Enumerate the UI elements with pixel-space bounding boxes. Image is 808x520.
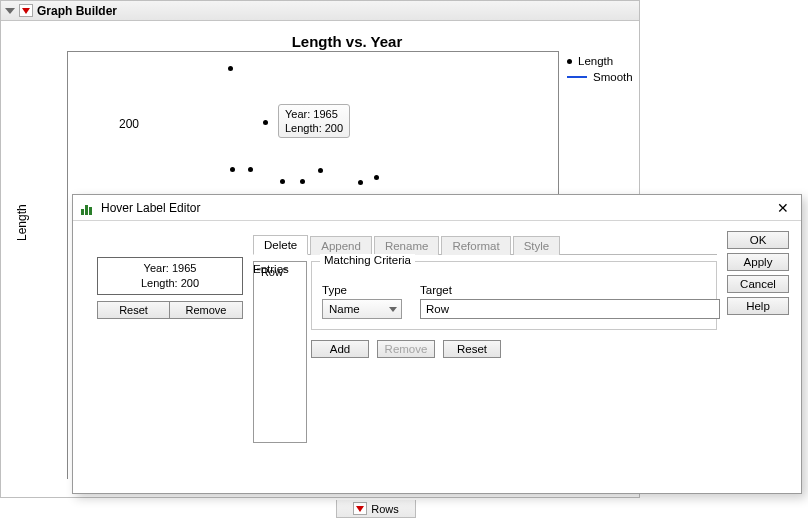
tab-append[interactable]: Append [310,236,372,255]
fieldset-legend: Matching Criteria [320,254,415,266]
legend-label: Length [578,55,613,67]
remove-entry-button: Remove [377,340,435,358]
preview-line: Length: 200 [106,276,234,291]
red-triangle-menu-icon[interactable] [19,4,33,17]
legend-label: Smooth [593,71,633,83]
data-point[interactable] [248,167,253,172]
tooltip-line: Year: 1965 [285,107,343,121]
remove-button[interactable]: Remove [170,301,243,319]
data-point[interactable] [230,167,235,172]
data-point[interactable] [374,175,379,180]
close-icon[interactable]: ✕ [773,200,793,216]
data-point[interactable] [263,120,268,125]
apply-button[interactable]: Apply [727,253,789,271]
tab-rename[interactable]: Rename [374,236,439,255]
data-point[interactable] [228,66,233,71]
dialog-title: Hover Label Editor [101,201,200,215]
tab-reformat[interactable]: Reformat [441,236,510,255]
panel-titlebar: Graph Builder [1,1,639,21]
add-button[interactable]: Add [311,340,369,358]
tab-style[interactable]: Style [513,236,561,255]
legend-entry[interactable]: Smooth [567,69,633,85]
reset-entries-button[interactable]: Reset [443,340,501,358]
data-point[interactable] [358,180,363,185]
dialog-titlebar[interactable]: Hover Label Editor ✕ [73,195,801,221]
ok-button[interactable]: OK [727,231,789,249]
app-icon [81,201,95,215]
preview-line: Year: 1965 [106,261,234,276]
panel-title: Graph Builder [37,4,117,18]
disclosure-icon[interactable] [5,8,15,14]
target-input[interactable] [420,299,720,319]
entries-listbox[interactable]: "Row" [253,261,307,443]
type-label: Type [322,284,402,296]
reset-button[interactable]: Reset [97,301,170,319]
tab-delete[interactable]: Delete [253,235,308,255]
hover-label-editor-dialog: Hover Label Editor ✕ Year: 1965 Length: … [72,194,802,494]
red-triangle-menu-icon[interactable] [353,502,367,515]
hover-tooltip: Year: 1965 Length: 200 [278,104,350,138]
target-label: Target [420,284,720,296]
chevron-down-icon [389,307,397,312]
rows-tab-label: Rows [371,503,399,515]
legend-entry[interactable]: Length [567,53,633,69]
data-point[interactable] [318,168,323,173]
data-point[interactable] [280,179,285,184]
matching-criteria-group: Matching Criteria Type Name Target [311,261,717,330]
rows-tab[interactable]: Rows [336,500,416,518]
y-axis-label: Length [15,204,29,241]
entries-item[interactable]: "Row" [257,266,303,278]
chart-legend: Length Smooth [567,53,633,85]
tooltip-line: Length: 200 [285,121,343,135]
cancel-button[interactable]: Cancel [727,275,789,293]
type-select-value: Name [329,303,360,315]
legend-line-icon [567,76,587,78]
tab-strip: Delete Append Rename Reformat Style [253,233,717,255]
label-preview: Year: 1965 Length: 200 [97,257,243,295]
help-button[interactable]: Help [727,297,789,315]
chart-title: Length vs. Year [67,33,627,50]
type-select[interactable]: Name [322,299,402,319]
legend-dot-icon [567,59,572,64]
data-point[interactable] [300,179,305,184]
